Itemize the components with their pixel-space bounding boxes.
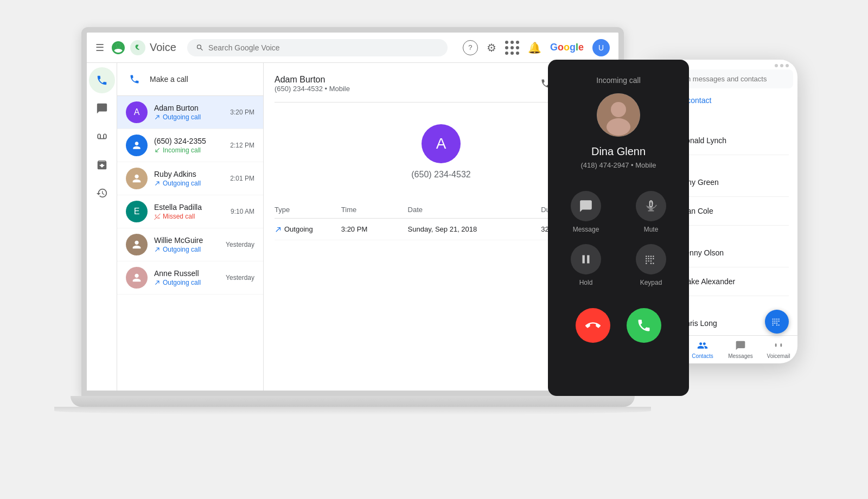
call-avatar-anne (126, 267, 148, 289)
log-time: 3:20 PM (341, 225, 408, 233)
call-item-willie[interactable]: Willie McGuire Outgoing call Yesterday (117, 228, 263, 261)
call-item-adam[interactable]: A Adam Burton Outgoing call 3:20 PM (117, 96, 263, 129)
phone-fab-button[interactable] (765, 310, 789, 334)
search-input[interactable] (208, 43, 439, 52)
svg-point-2 (611, 102, 626, 117)
nav-history[interactable] (89, 180, 115, 206)
call-list: Make a call A Adam Burton Outgoing call (117, 63, 264, 391)
call-info-anne: Anne Russell Outgoing call (154, 269, 219, 286)
call-time-estella: 9:10 AM (231, 208, 254, 215)
call-type-estella: Missed call (154, 213, 224, 220)
call-item-estella[interactable]: E Estella Padilla Missed call 9:10 AM (117, 195, 263, 228)
app-logo: Voice (111, 40, 176, 55)
left-nav (87, 63, 117, 391)
voice-logo-icon (111, 40, 126, 55)
laptop: ☰ Voice (81, 27, 624, 439)
google-logo: Google (550, 42, 584, 53)
call-name-unknown: (650) 324-2355 (154, 137, 224, 145)
top-bar-right: ? ⚙ 🔔 (463, 39, 610, 56)
call-type-unknown: Incoming call (154, 146, 224, 154)
laptop-shadow (54, 407, 651, 415)
call-info-ruby: Ruby Adkins Outgoing call (154, 170, 224, 187)
message-action-label: Message (573, 226, 599, 233)
make-call-label: Make a call (150, 75, 188, 84)
hold-action-circle (571, 244, 601, 274)
search-bar[interactable] (187, 39, 448, 56)
nav-archive[interactable] (89, 152, 115, 178)
call-time-adam: 3:20 PM (230, 108, 254, 116)
log-date: Sunday, Sep 21, 2018 (408, 225, 541, 233)
message-action[interactable]: Message (559, 191, 613, 233)
log-type: Outgoing (275, 225, 341, 233)
accept-call-button[interactable] (627, 308, 661, 343)
help-icon[interactable]: ? (463, 40, 478, 55)
call-name-estella: Estella Padilla (154, 203, 224, 212)
phone-nav-contacts[interactable]: Contacts (684, 336, 722, 363)
main-content: Make a call A Adam Burton Outgoing call (87, 63, 618, 391)
caller-photo-svg (597, 93, 640, 137)
caller-name: Dina Glenn (591, 145, 646, 158)
call-type-anne: Outgoing call (154, 279, 219, 286)
call-item-ruby[interactable]: Ruby Adkins Outgoing call 2:01 PM (117, 162, 263, 195)
apps-icon[interactable] (505, 41, 519, 55)
nav-voicemail[interactable] (89, 124, 115, 150)
call-avatar-estella: E (126, 201, 148, 222)
call-detail-info: Adam Burton (650) 234-4532 • Mobile (275, 75, 536, 93)
call-info-unknown: (650) 324-2355 Incoming call (154, 137, 224, 154)
mute-action[interactable]: Mute (624, 191, 678, 233)
call-detail-number: (650) 234-4532 • Mobile (275, 85, 536, 93)
call-item-anne[interactable]: Anne Russell Outgoing call Yesterday (117, 261, 263, 295)
call-time-unknown: 2:12 PM (230, 142, 254, 149)
keypad-action-circle (636, 244, 666, 274)
search-icon (196, 43, 204, 52)
app-title: Voice (150, 41, 176, 54)
call-end-actions (576, 308, 661, 343)
message-action-circle (571, 191, 601, 221)
call-avatar-willie (126, 234, 148, 255)
notifications-icon[interactable]: 🔔 (528, 41, 541, 54)
call-avatar-unknown (126, 135, 148, 156)
call-avatar-adam: A (126, 101, 148, 123)
call-time-anne: Yesterday (226, 274, 254, 282)
col-type: Type (275, 206, 341, 214)
call-avatar-ruby (126, 168, 148, 189)
keypad-action[interactable]: Keypad (624, 244, 678, 286)
col-date: Date (408, 206, 541, 214)
svg-point-0 (130, 40, 145, 55)
call-name-willie: Willie McGuire (154, 236, 219, 245)
call-time-ruby: 2:01 PM (230, 175, 254, 182)
call-info-estella: Estella Padilla Missed call (154, 203, 224, 220)
phone-nav-voicemail[interactable]: Voicemail (760, 336, 797, 363)
laptop-screen: ☰ Voice (81, 27, 624, 396)
keypad-action-label: Keypad (640, 279, 662, 286)
make-call-button[interactable]: Make a call (117, 63, 263, 96)
call-type-willie: Outgoing call (154, 246, 219, 253)
call-actions-grid: Message Mute Hold (559, 191, 678, 286)
svg-point-3 (607, 118, 630, 136)
nav-messages[interactable] (89, 95, 115, 121)
call-info-adam: Adam Burton Outgoing call (154, 104, 224, 121)
fab-keypad-icon (771, 316, 783, 328)
call-item-unknown[interactable]: (650) 324-2355 Incoming call 2:12 PM (117, 129, 263, 162)
caller-number: (418) 474-2947 • Mobile (581, 161, 656, 169)
mute-action-label: Mute (644, 226, 659, 233)
call-name-ruby: Ruby Adkins (154, 170, 224, 178)
incoming-call-panel: Incoming call Dina Glenn (418) 474-2947 … (548, 60, 689, 396)
hold-action-label: Hold (579, 279, 593, 286)
user-avatar[interactable]: U (592, 39, 610, 56)
end-call-button[interactable] (576, 308, 610, 343)
col-time: Time (341, 206, 408, 214)
settings-icon[interactable]: ⚙ (487, 41, 496, 54)
caller-photo (597, 93, 640, 137)
phone-nav-messages[interactable]: Messages (722, 336, 760, 363)
mute-action-circle (636, 191, 666, 221)
hold-action[interactable]: Hold (559, 244, 613, 286)
menu-icon[interactable]: ☰ (95, 42, 104, 54)
nav-calls[interactable] (89, 67, 115, 93)
call-name-anne: Anne Russell (154, 269, 219, 278)
call-detail-display-number: (650) 234-4532 (411, 170, 470, 180)
incoming-label: Incoming call (596, 76, 641, 85)
call-info-willie: Willie McGuire Outgoing call (154, 236, 219, 253)
call-detail-avatar: A (422, 124, 461, 163)
laptop-base (71, 396, 635, 407)
